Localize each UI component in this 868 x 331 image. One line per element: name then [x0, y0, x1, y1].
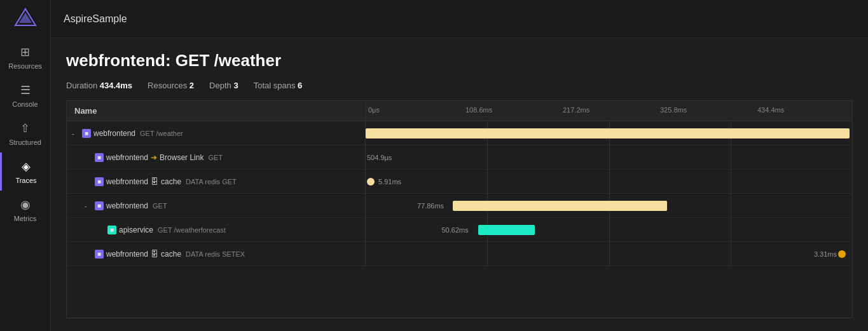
name-cell: ■ webfrontend ➜ Browser Link GET [67, 145, 366, 169]
table-row[interactable]: - ■ webfrontend GET 77.86ms [67, 194, 852, 218]
name-cell: ■ webfrontend 🗄 cache DATA redis SETEX [67, 242, 366, 266]
service2-name: cache [161, 250, 181, 259]
grid-line [487, 242, 488, 266]
timeline-cell [366, 121, 852, 145]
grid-line [609, 145, 610, 169]
grid-lines [366, 242, 852, 266]
metrics-icon: ◉ [18, 197, 33, 212]
table-row[interactable]: ■ webfrontend ➜ Browser Link GET 504.9μs [67, 145, 852, 170]
svg-marker-1 [19, 13, 32, 23]
collapse-button[interactable]: - [85, 202, 92, 210]
grid-line [609, 242, 610, 266]
sidebar-item-label: Metrics [14, 215, 36, 222]
grid-lines [366, 145, 852, 169]
grid-line [487, 170, 488, 193]
topbar: AspireSample [51, 0, 868, 38]
operation-label: GET [208, 154, 223, 161]
service-icon: ■ [95, 153, 104, 162]
sidebar-item-label: Console [12, 100, 38, 108]
resources-stat: Resources 2 [148, 81, 194, 90]
sidebar-item-structured[interactable]: ⇧ Structured [0, 114, 50, 152]
service-icon: ■ [95, 177, 104, 186]
span-bar [366, 128, 850, 138]
span-label: 77.86ms [417, 202, 444, 210]
sidebar: ⊞ Resources ☰ Console ⇧ Structured ◈ Tra… [0, 0, 51, 331]
content-area: webfrontend: GET /weather Duration 434.4… [51, 38, 868, 331]
tick-0: 0μs [366, 101, 463, 121]
grid-line [731, 242, 731, 266]
sidebar-item-resources[interactable]: ⊞ Resources [0, 38, 50, 76]
timeline-cell: 77.86ms [366, 194, 852, 217]
service-name: webfrontend [93, 129, 135, 138]
span-label: 3.31ms [814, 250, 837, 258]
tick-4: 434.4ms [755, 101, 852, 121]
app-title: AspireSample [64, 13, 127, 25]
span-label: 504.9μs [367, 154, 392, 161]
service-name: apiservice [119, 226, 153, 234]
service2-name: cache [161, 177, 181, 186]
span-label: 5.91ms [378, 178, 401, 186]
total-spans-stat: Total spans 6 [254, 81, 303, 90]
arrow-icon: ➜ [151, 153, 157, 162]
timeline-cell: 50.62ms [366, 218, 852, 241]
grid-lines [366, 218, 852, 241]
service-icon: ■ [82, 129, 91, 138]
span-dot [367, 178, 375, 186]
grid-line [609, 218, 610, 241]
traces-icon: ◈ [18, 159, 34, 174]
table-row[interactable]: ■ webfrontend 🗄 cache DATA redis SETEX 3… [67, 242, 852, 266]
operation-label: DATA redis GET [186, 178, 237, 186]
main-content: AspireSample webfrontend: GET /weather D… [51, 0, 868, 331]
collapse-button[interactable]: - [72, 130, 79, 137]
service-name: webfrontend [106, 177, 148, 186]
service-icon: ■ [107, 226, 116, 234]
structured-icon: ⇧ [18, 121, 33, 136]
duration-stat: Duration 434.4ms [66, 81, 132, 90]
name-cell: ■ apiservice GET /weatherforecast [67, 218, 366, 241]
service-icon: ■ [95, 201, 104, 210]
name-cell: ■ webfrontend 🗄 cache DATA redis GET [67, 170, 366, 193]
trace-table: Name 0μs 108.6ms 217.2ms 325.8ms 434.4ms… [66, 100, 853, 318]
service-name: webfrontend [106, 250, 148, 259]
grid-line [731, 170, 731, 193]
timeline-cell: 504.9μs [366, 145, 852, 169]
service2-name: Browser Link [160, 153, 203, 162]
grid-line [731, 194, 731, 217]
tick-1: 108.6ms [463, 101, 560, 121]
span-bar [453, 201, 667, 211]
page-title: webfrontend: GET /weather [66, 51, 853, 71]
tick-2: 217.2ms [560, 101, 658, 121]
table-row[interactable]: ■ apiservice GET /weatherforecast 50.62m… [67, 218, 852, 242]
sidebar-item-metrics[interactable]: ◉ Metrics [0, 191, 50, 229]
service-name: webfrontend [106, 201, 148, 210]
sidebar-item-traces[interactable]: ◈ Traces [0, 152, 50, 191]
span-label: 50.62ms [441, 226, 468, 234]
sidebar-item-label: Resources [8, 62, 42, 70]
timeline-cell: 5.91ms [366, 170, 852, 193]
trace-rows: - ■ webfrontend GET /weather [67, 121, 852, 318]
sidebar-item-label: Traces [15, 177, 36, 184]
grid-line [609, 170, 610, 193]
name-cell: - ■ webfrontend GET /weather [67, 121, 366, 145]
operation-label: DATA redis SETEX [186, 250, 245, 258]
logo-icon [14, 8, 37, 30]
name-column-header: Name [67, 101, 366, 121]
db-icon: 🗄 [151, 250, 158, 259]
span-dot [838, 250, 846, 258]
table-row[interactable]: ■ webfrontend 🗄 cache DATA redis GET [67, 170, 852, 194]
name-cell: - ■ webfrontend GET [67, 194, 366, 217]
sidebar-item-console[interactable]: ☰ Console [0, 76, 50, 114]
operation-label: GET [153, 202, 167, 210]
span-bar [478, 225, 535, 235]
depth-stat: Depth 3 [209, 81, 238, 90]
service-name: webfrontend [106, 153, 148, 162]
operation-label: GET /weather [140, 130, 183, 137]
grid-line [731, 218, 731, 241]
tick-3: 325.8ms [658, 101, 755, 121]
sidebar-header [0, 0, 50, 38]
trace-header: Name 0μs 108.6ms 217.2ms 325.8ms 434.4ms [67, 101, 852, 121]
console-icon: ☰ [18, 83, 33, 98]
table-row[interactable]: - ■ webfrontend GET /weather [67, 121, 852, 145]
grid-line [487, 145, 488, 169]
grid-line [731, 145, 731, 169]
